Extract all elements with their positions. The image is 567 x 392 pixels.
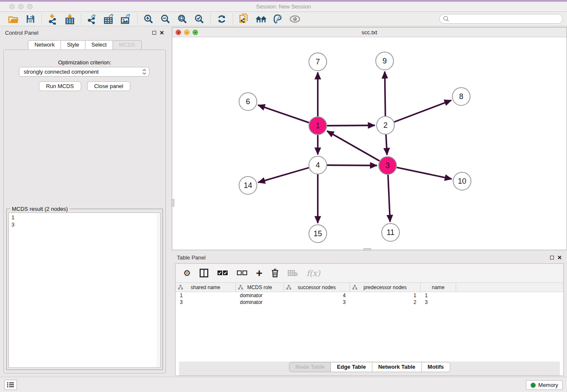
table-cell[interactable]: 1	[421, 292, 456, 299]
zoom-selected-icon	[194, 14, 204, 24]
network-graph[interactable]: 7968124314101511	[172, 37, 567, 250]
style-toggle-button[interactable]	[270, 13, 286, 25]
graph-node-label-4: 4	[316, 161, 320, 169]
column-header-MCDS-role[interactable]: MCDS role	[236, 283, 284, 292]
tab-network[interactable]: Network	[28, 40, 61, 50]
graph-edge-2-9[interactable]	[385, 72, 385, 116]
memory-button[interactable]: Memory	[526, 380, 563, 390]
table-cell[interactable]: 1	[176, 292, 236, 299]
close-panel-icon[interactable]: ✕	[160, 30, 164, 36]
tab-mcds[interactable]: MCDS	[113, 40, 141, 50]
zoom-in-icon	[143, 14, 154, 24]
table-cell[interactable]: 3	[176, 299, 236, 306]
result-line: 1	[11, 214, 160, 221]
paint-slash-icon	[272, 14, 284, 24]
export-image-button[interactable]	[118, 13, 135, 25]
table-cell[interactable]: 1	[350, 292, 421, 299]
graph-edge-3-11[interactable]	[388, 175, 390, 222]
graph-edge-3-10[interactable]	[397, 168, 452, 179]
network-canvas[interactable]: 7968124314101511	[172, 37, 567, 250]
column-header-label: name	[432, 284, 444, 290]
table-panel-title: Table Panel	[177, 254, 206, 261]
deselect-all-columns-icon[interactable]	[237, 270, 248, 276]
table-settings-icon[interactable]: ⚙	[183, 268, 191, 278]
network-window-title: scc.txt	[362, 29, 377, 36]
tab-network-table[interactable]: Network Table	[372, 362, 422, 372]
vertical-scroll-nub[interactable]	[171, 199, 174, 207]
search-input[interactable]	[449, 16, 562, 22]
column-header-shared-name[interactable]: shared name	[176, 283, 236, 292]
zoom-selected-button[interactable]	[191, 13, 208, 25]
import-table-icon	[65, 14, 75, 25]
run-mcds-button[interactable]: Run MCDS	[39, 81, 81, 91]
zoom-out-button[interactable]	[157, 13, 174, 25]
horizontal-scroll-nub[interactable]	[363, 248, 371, 251]
optimization-criterion-label: Optimization criterion:	[4, 59, 165, 66]
node-table[interactable]: shared nameMCDS rolesuccessor nodesprede…	[176, 282, 563, 306]
graph-edge-2-8[interactable]	[394, 100, 451, 122]
select-all-columns-icon[interactable]	[217, 270, 228, 276]
table-cell[interactable]: 3	[421, 299, 456, 306]
import-table-button[interactable]	[61, 13, 78, 25]
graph-edge-1-6[interactable]	[258, 105, 309, 123]
graph-edge-3-1[interactable]	[327, 131, 380, 161]
graph-edge-4-14[interactable]	[258, 168, 309, 182]
delete-column-icon[interactable]	[271, 268, 279, 278]
table-panel: Table Panel ✕ ⚙	[172, 252, 567, 377]
save-session-button[interactable]	[22, 13, 39, 25]
add-column-icon[interactable]: +	[256, 269, 262, 277]
open-session-button[interactable]	[5, 13, 22, 25]
table-row[interactable]: 1dominator411	[176, 292, 563, 299]
table-cell[interactable]: dominator	[236, 299, 284, 306]
refresh-button[interactable]	[213, 13, 230, 25]
mcds-result-textarea[interactable]: 1 3	[8, 213, 161, 368]
toolbar-separator	[137, 14, 138, 25]
zoom-fit-button[interactable]	[174, 13, 191, 25]
duplicate-network-button[interactable]	[236, 13, 253, 25]
export-network-button[interactable]	[84, 13, 101, 25]
close-table-panel-icon[interactable]: ✕	[557, 255, 562, 260]
close-panel-button[interactable]: Close panel	[87, 81, 131, 91]
zoom-in-button[interactable]	[140, 13, 157, 25]
export-table-button[interactable]	[101, 13, 118, 25]
graph-node-label-11: 11	[387, 228, 395, 237]
result-scrollbar[interactable]	[157, 213, 160, 367]
import-network-button[interactable]	[44, 13, 61, 25]
table-toolbar: ⚙ +	[176, 264, 563, 282]
graph-edge-2-3[interactable]	[386, 135, 387, 155]
tab-edge-table[interactable]: Edge Table	[330, 362, 372, 372]
float-table-panel-icon[interactable]	[550, 256, 554, 259]
table-cell[interactable]: 4	[284, 292, 350, 299]
criterion-dropdown[interactable]: strongly connected component	[19, 67, 149, 77]
graph-edge-4-3[interactable]	[327, 165, 377, 166]
table-panel-body: ⚙ +	[175, 263, 564, 376]
column-header-name[interactable]: name	[421, 283, 456, 292]
tab-node-table[interactable]: Node Table	[289, 362, 331, 372]
graph-edge-1-2[interactable]	[327, 125, 375, 126]
network-window-titlebar[interactable]: ✕ − + scc.txt	[172, 28, 567, 37]
mcds-panel: Optimization criterion: strongly connect…	[3, 50, 166, 373]
tab-select[interactable]: Select	[85, 40, 113, 50]
network-minimize-button[interactable]: −	[184, 30, 190, 35]
app-title: Session: New Session	[0, 3, 567, 10]
float-panel-icon[interactable]	[152, 31, 156, 35]
table-row[interactable]: 3dominator323	[176, 299, 563, 306]
tab-motifs[interactable]: Motifs	[421, 362, 450, 372]
graph-node-label-6: 6	[246, 97, 250, 106]
houses-icon	[255, 14, 267, 24]
search-box[interactable]	[439, 14, 563, 24]
criterion-value: strongly connected component	[24, 69, 142, 75]
first-neighbors-button[interactable]	[253, 13, 270, 25]
split-columns-icon[interactable]	[199, 268, 209, 278]
table-cell[interactable]: 2	[350, 299, 421, 306]
list-icon	[7, 382, 14, 388]
table-cell[interactable]: dominator	[236, 292, 284, 299]
column-header-predecessor-nodes[interactable]: predecessor nodes	[350, 283, 421, 292]
tab-style[interactable]: Style	[61, 40, 85, 50]
table-cell[interactable]: 3	[284, 299, 350, 306]
network-close-button[interactable]: ✕	[176, 30, 181, 35]
column-header-successor-nodes[interactable]: successor nodes	[284, 283, 350, 292]
task-history-button[interactable]	[4, 380, 17, 390]
show-hide-button[interactable]	[286, 13, 303, 25]
network-maximize-button[interactable]: +	[193, 30, 198, 35]
